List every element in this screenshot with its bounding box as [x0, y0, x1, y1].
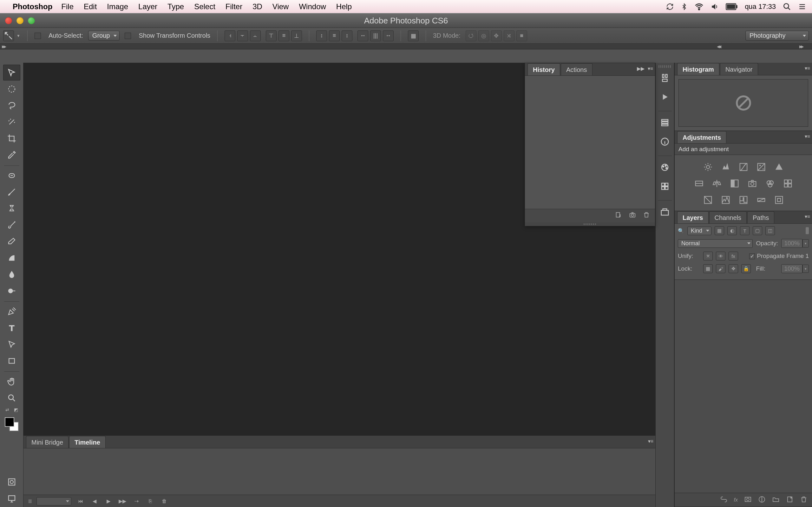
- dock-grip[interactable]: [658, 65, 671, 68]
- photo-filter-icon[interactable]: [746, 177, 759, 190]
- wifi-icon[interactable]: [695, 2, 704, 11]
- menu-3d[interactable]: 3D: [252, 2, 262, 11]
- window-minimize-button[interactable]: [16, 17, 23, 24]
- channel-mixer-icon[interactable]: [764, 177, 776, 190]
- foreground-background-colors[interactable]: [5, 417, 19, 431]
- invert-icon[interactable]: [702, 193, 714, 206]
- black-white-icon[interactable]: [728, 177, 741, 190]
- opacity-dropdown-icon[interactable]: ▾: [803, 239, 809, 247]
- foreground-color-swatch[interactable]: [5, 417, 14, 427]
- filter-shape-icon[interactable]: ▢: [753, 226, 762, 235]
- filter-toggle[interactable]: [806, 227, 809, 234]
- filter-adjust-icon[interactable]: ◐: [727, 226, 737, 235]
- distribute-vcenter-button[interactable]: ≡: [329, 31, 340, 41]
- battery-icon[interactable]: [726, 3, 738, 10]
- menu-file[interactable]: File: [61, 2, 73, 11]
- eraser-tool[interactable]: [3, 233, 20, 249]
- window-zoom-button[interactable]: [28, 17, 35, 24]
- histogram-panel-menu-icon[interactable]: ▾≡: [805, 65, 810, 71]
- 3d-scale-button[interactable]: ■: [516, 31, 527, 41]
- new-adjustment-layer-button[interactable]: [758, 496, 766, 504]
- expand-tools-icon[interactable]: ▶▶: [2, 44, 5, 49]
- exposure-icon[interactable]: [755, 161, 768, 173]
- tab-actions[interactable]: Actions: [561, 63, 593, 75]
- tool-presets-panel-icon[interactable]: [658, 71, 672, 85]
- duplicate-frame-button[interactable]: ⎘: [146, 497, 155, 505]
- screen-mode-button[interactable]: [3, 491, 20, 506]
- auto-select-checkbox[interactable]: [35, 33, 41, 39]
- quick-mask-button[interactable]: [3, 474, 20, 490]
- menu-select[interactable]: Select: [194, 2, 215, 11]
- workspace-switcher[interactable]: Photography: [745, 31, 809, 41]
- layer-comps-panel-icon[interactable]: [658, 116, 672, 130]
- styles-panel-icon[interactable]: [658, 179, 672, 193]
- distribute-hcenter-button[interactable]: |||: [370, 31, 381, 41]
- info-panel-icon[interactable]: [658, 135, 672, 149]
- filter-smart-icon[interactable]: ◫: [765, 226, 775, 235]
- color-lookup-icon[interactable]: [781, 177, 794, 190]
- 3d-roll-button[interactable]: ◎: [478, 31, 489, 41]
- auto-align-button[interactable]: ▦: [408, 31, 419, 41]
- rectangle-tool[interactable]: [3, 353, 20, 369]
- new-document-from-state-button[interactable]: [615, 211, 622, 220]
- levels-icon[interactable]: [719, 161, 732, 173]
- timeline-options-icon[interactable]: ≣: [28, 498, 32, 504]
- propagate-frame-checkbox[interactable]: [749, 253, 755, 259]
- healing-brush-tool[interactable]: [3, 168, 20, 183]
- blur-tool[interactable]: [3, 267, 20, 282]
- threshold-icon[interactable]: [737, 193, 750, 206]
- frame-delay-select[interactable]: [37, 497, 71, 505]
- lock-position-icon[interactable]: ✥: [728, 264, 738, 273]
- 3d-orbit-button[interactable]: ⭯: [466, 31, 476, 41]
- path-selection-tool[interactable]: [3, 337, 20, 352]
- lock-pixels-icon[interactable]: 🖌: [716, 264, 725, 273]
- menu-type[interactable]: Type: [167, 2, 184, 11]
- color-balance-icon[interactable]: [711, 177, 723, 190]
- pen-tool[interactable]: [3, 303, 20, 320]
- tab-mini-bridge[interactable]: Mini Bridge: [26, 436, 68, 448]
- tab-timeline[interactable]: Timeline: [69, 436, 106, 448]
- dodge-tool[interactable]: [3, 283, 20, 299]
- collapse-dock-icon[interactable]: ◀◀: [717, 44, 720, 49]
- spotlight-icon[interactable]: [783, 3, 791, 11]
- snapshot-button[interactable]: [629, 211, 636, 220]
- fill-dropdown-icon[interactable]: ▾: [803, 265, 809, 273]
- app-menu[interactable]: Photoshop: [13, 2, 52, 11]
- distribute-bottom-button[interactable]: ↕: [342, 31, 352, 41]
- gradient-tool[interactable]: [3, 250, 20, 266]
- menubar-clock[interactable]: qua 17:33: [745, 3, 776, 11]
- swatches-panel-icon[interactable]: [658, 160, 672, 174]
- posterize-icon[interactable]: [719, 193, 732, 206]
- marquee-tool[interactable]: [3, 81, 20, 97]
- crop-tool[interactable]: [3, 130, 20, 147]
- tab-histogram[interactable]: Histogram: [677, 63, 719, 75]
- window-close-button[interactable]: [5, 17, 12, 24]
- auto-select-mode-select[interactable]: Group: [88, 31, 120, 41]
- 3d-pan-button[interactable]: ✥: [491, 31, 502, 41]
- unify-style-icon[interactable]: fx: [728, 251, 738, 261]
- delete-frame-button[interactable]: 🗑: [159, 497, 169, 505]
- zoom-tool[interactable]: [3, 390, 20, 406]
- collapse-right-icon[interactable]: ▶▶: [799, 44, 803, 49]
- adjustments-panel-menu-icon[interactable]: ▾≡: [805, 133, 810, 139]
- tab-channels[interactable]: Channels: [709, 211, 747, 223]
- sync-icon[interactable]: [666, 3, 674, 10]
- tab-history[interactable]: History: [527, 63, 560, 75]
- align-left-edges-button[interactable]: ⫞: [224, 31, 235, 41]
- brush-tool[interactable]: [3, 184, 20, 200]
- first-frame-button[interactable]: ⏮: [76, 497, 85, 505]
- align-top-button[interactable]: ⊤: [266, 31, 276, 41]
- hand-tool[interactable]: [3, 374, 20, 389]
- menu-edit[interactable]: Edit: [84, 2, 97, 11]
- gradient-map-icon[interactable]: [755, 193, 768, 206]
- history-brush-tool[interactable]: [3, 217, 20, 233]
- menu-image[interactable]: Image: [107, 2, 128, 11]
- 3d-slide-button[interactable]: ⤨: [504, 31, 514, 41]
- align-horizontal-center-button[interactable]: ⫟: [237, 31, 248, 41]
- next-frame-button[interactable]: ▶▶: [118, 497, 127, 505]
- hue-saturation-icon[interactable]: [693, 177, 705, 190]
- layers-panel-menu-icon[interactable]: ▾≡: [805, 214, 810, 220]
- play-button[interactable]: ▶: [104, 497, 113, 505]
- distribute-top-button[interactable]: ↕: [316, 31, 327, 41]
- lock-transparency-icon[interactable]: ▩: [703, 264, 713, 273]
